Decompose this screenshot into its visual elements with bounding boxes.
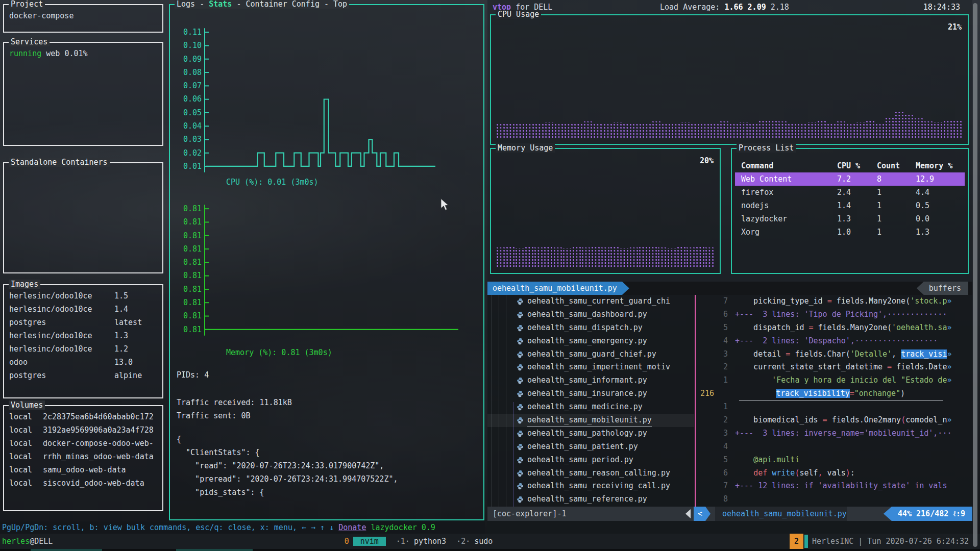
file-list-item[interactable]: oehealth_samu_dispatch.py (487, 321, 694, 335)
histogram-column (506, 247, 516, 268)
histogram-column (846, 123, 856, 139)
file-list-item[interactable]: oehealth_samu_pathology.py (487, 427, 694, 440)
file-list-item[interactable]: oehealth_samu_reason_calling.py (487, 467, 694, 480)
code-line: 6 def write(self, vals): (696, 467, 965, 480)
line-number: 6 (696, 308, 735, 321)
code-line: 3+--- 3 lines: inverse_name='mobileunit_… (696, 427, 965, 440)
file-list-item[interactable]: oehealth_samu_period.py (487, 454, 694, 467)
histogram-column (705, 247, 715, 268)
file-list-item[interactable]: oehealth_samu_impertinent_motiv (487, 361, 694, 374)
pids-count: PIDs: 4 (177, 370, 209, 380)
histogram-column (534, 247, 544, 268)
code-line: 5 dispatch_id = fields.Many2one('oehealt… (696, 321, 965, 335)
axis-tick-label: 0.10 (172, 39, 202, 52)
line-number: 1 (696, 374, 735, 387)
donate-link[interactable]: Donate (338, 523, 366, 532)
histogram-column (739, 122, 749, 139)
histogram-column (629, 247, 639, 268)
session-accent-bar (804, 535, 808, 548)
services-panel[interactable]: Services running web 0.01% (3, 42, 163, 146)
stats-tab-stats[interactable]: Stats (209, 0, 232, 9)
python-file-icon (517, 377, 524, 384)
volume-row[interactable]: localsiscovid_odoo-web-data (9, 477, 157, 490)
project-panel-title: Project (9, 0, 45, 9)
python-file-icon (517, 324, 524, 332)
histogram-column (610, 247, 620, 268)
terminal-scrollbar[interactable] (973, 3, 977, 547)
tmux-window-python3[interactable]: ·1·python3 (396, 534, 446, 549)
histogram-column (639, 246, 648, 268)
volume-row[interactable]: localsamu_odoo-web-data (9, 463, 157, 477)
stats-panel[interactable]: Logs - Stats - Container Config - Top 0.… (169, 4, 484, 520)
project-panel[interactable]: Project docker-compose (3, 4, 163, 33)
file-list-item[interactable]: oehealth_samu_insurance.py (487, 387, 694, 400)
volume-row[interactable]: local2c28375ea6b4d60abab0c172 (9, 410, 157, 423)
tmux-status-right: 2 HerlesINC | Tun 2020-07-26 6:24:32 (790, 534, 969, 549)
file-list-item[interactable]: oehealth_samu_informant.py (487, 374, 694, 387)
volume-row[interactable]: localrrhh_minas_odoo-web-data (9, 450, 157, 463)
file-list-item[interactable]: oehealth_samu_mobileunit.py (487, 414, 694, 427)
code-line-text: track_visibility="onchange") (739, 387, 943, 400)
histogram-column (545, 122, 554, 139)
stats-tab-logs[interactable]: Logs (177, 0, 195, 9)
process-row[interactable]: lazydocker1.310.0 (735, 212, 965, 226)
tmux-window-nvim[interactable]: 0nvim (345, 534, 386, 549)
image-row[interactable]: herlesinc/odoo10ce1.4 (9, 303, 157, 316)
image-row[interactable]: postgreslatest (9, 316, 157, 329)
image-row[interactable]: herlesinc/odoo10ce1.2 (9, 342, 157, 356)
stats-tab-container-config[interactable]: Container Config (246, 0, 320, 9)
services-panel-title: Services (9, 37, 50, 46)
axis-tick-label: 0.04 (172, 119, 202, 133)
histogram-column (496, 247, 506, 268)
file-list-item[interactable]: oehealth_samu_emergency.py (487, 335, 694, 348)
tab-buffers[interactable]: buffers (917, 282, 968, 295)
explorer-statusline: [coc-explorer]-1 (493, 507, 567, 521)
image-row[interactable]: odoo13.0 (9, 356, 157, 369)
image-row[interactable]: herlesinc/odoo10ce1.5 (9, 289, 157, 303)
python-file-icon (517, 443, 524, 450)
file-list-item[interactable]: oehealth_samu_medicine.py (487, 400, 694, 414)
file-list-item[interactable]: oehealth_samu_guard_chief.py (487, 348, 694, 361)
stats-tab-top[interactable]: Top (333, 0, 347, 9)
axis-tick-label: 0.81 (172, 256, 202, 269)
tab-active-file[interactable]: oehealth_samu_mobileunit.py (487, 282, 629, 295)
line-number: 7 (696, 295, 735, 308)
line-number: 216 (696, 387, 739, 400)
volume-row[interactable]: local3192ae9569906a0a23a4f728 (9, 423, 157, 437)
code-line-text: +--- 3 lines: 'Tipo de Picking',········… (735, 308, 947, 321)
code-buffer[interactable]: 7 picking_type_id = fields.Many2one('sto… (696, 295, 965, 507)
line-number: 3 (696, 427, 735, 440)
file-list-item[interactable]: oehealth_samu_dashboard.py (487, 308, 694, 321)
file-list-item[interactable]: oehealth_samu_reference.py (487, 493, 694, 506)
tmux-window-sudo[interactable]: ·2·sudo (456, 534, 493, 549)
histogram-column (807, 122, 817, 139)
process-row[interactable]: Xorg1.011.3 (735, 226, 965, 239)
python-file-icon (517, 338, 524, 345)
volume-row[interactable]: localdocker-compose-odoo-web- (9, 437, 157, 450)
cpu-chart-plot (202, 26, 459, 173)
process-row[interactable]: firefox2.414.4 (735, 186, 965, 199)
axis-tick-label: 0.08 (172, 66, 202, 79)
histogram-column (632, 122, 642, 139)
file-list-item[interactable]: oehealth_samu_receiving_call.py (487, 480, 694, 493)
code-line-text: def write(self, vals): (735, 467, 855, 480)
volumes-panel[interactable]: Volumes local2c28375ea6b4d60abab0c172loc… (3, 405, 163, 511)
code-line: 4 (696, 440, 965, 454)
memory-chart-plot (202, 202, 459, 336)
code-line: 6+--- 3 lines: 'Tipo de Picking',·······… (696, 308, 965, 321)
memory-chart-label: Memory (%): 0.81 (3m0s) (226, 348, 332, 357)
image-row[interactable]: herlesinc/odoo10ce1.3 (9, 329, 157, 342)
images-panel[interactable]: Images herlesinc/odoo10ce1.5herlesinc/od… (3, 284, 163, 398)
line-number: 7 (696, 480, 735, 493)
axis-tick-label: 0.81 (172, 202, 202, 215)
code-line: 3 detail = fields.Char('Detalle', track_… (696, 348, 965, 361)
image-row[interactable]: postgresalpine (9, 369, 157, 382)
standalone-containers-panel[interactable]: Standalone Containers (3, 162, 163, 273)
file-list-item[interactable]: oehealth_samu_current_guard_chi (487, 295, 694, 308)
histogram-column (691, 123, 700, 139)
histogram-column (525, 122, 535, 139)
process-row[interactable]: nodejs1.410.5 (735, 199, 965, 212)
process-row[interactable]: Web Content7.2812.9 (735, 172, 965, 186)
histogram-column (677, 247, 687, 268)
file-list-item[interactable]: oehealth_samu_patient.py (487, 440, 694, 454)
